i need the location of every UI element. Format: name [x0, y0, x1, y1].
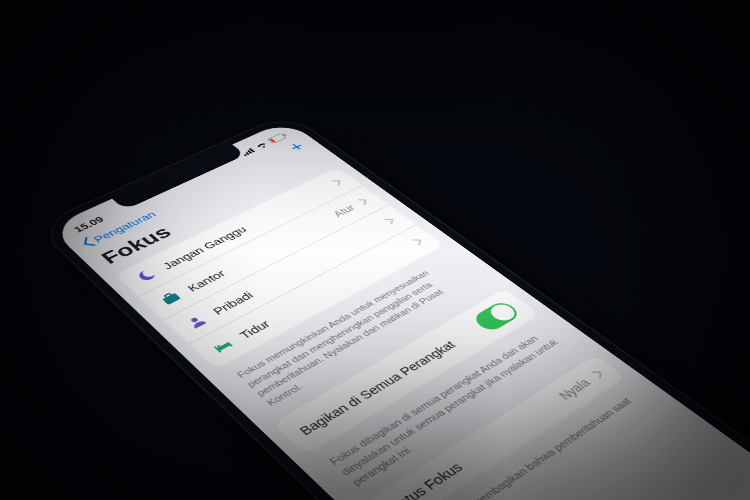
- chevron-right-icon: [384, 217, 397, 225]
- briefcase-icon: [156, 288, 186, 308]
- chevron-right-icon: [412, 237, 425, 245]
- phone: 15.09: [34, 112, 750, 500]
- chevron-right-icon: [332, 178, 344, 186]
- svg-rect-1: [245, 152, 249, 155]
- share-toggle[interactable]: [471, 300, 523, 334]
- chevron-right-icon: [357, 197, 369, 205]
- chevron-right-icon: [591, 368, 606, 379]
- focus-row-detail: Atur: [331, 203, 358, 219]
- svg-rect-6: [269, 138, 275, 142]
- signal-icon: [240, 147, 256, 156]
- moon-icon: [132, 266, 161, 285]
- svg-point-9: [190, 317, 199, 323]
- add-focus-button[interactable]: +: [286, 139, 309, 153]
